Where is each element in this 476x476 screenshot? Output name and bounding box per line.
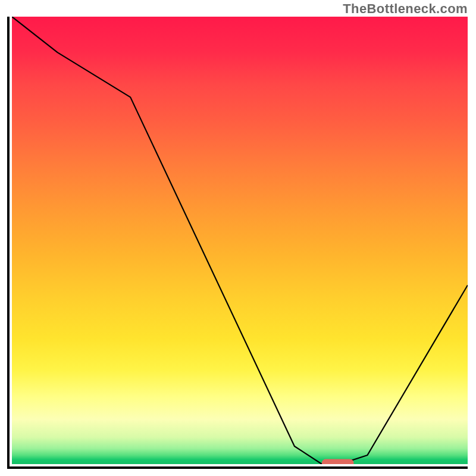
bottleneck-curve xyxy=(12,17,468,464)
chart-area xyxy=(7,17,468,469)
attribution-label: TheBottleneck.com xyxy=(343,1,468,17)
optimal-range-marker xyxy=(322,459,354,464)
